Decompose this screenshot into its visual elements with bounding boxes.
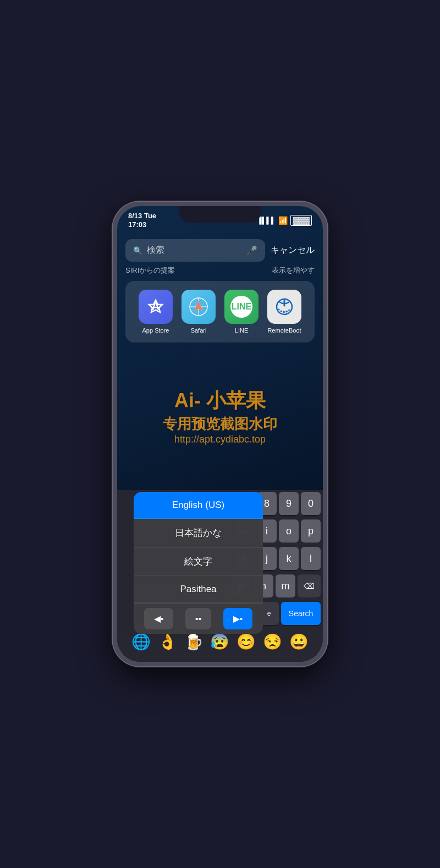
app-label-safari: Safari — [191, 327, 207, 334]
emoji-beer[interactable]: 🍺 — [184, 633, 204, 651]
app-item-line[interactable]: LINE LINE — [224, 290, 258, 334]
phone-screen: 8/13 Tue 17:03 ▐▌▌▌ 📶 ▓▓▓ 🔍 検索 🎤 キャンセル S… — [117, 206, 323, 662]
app-icon-remoteboot — [267, 290, 301, 324]
siri-header: SIRIからの提案 表示を増やす — [125, 266, 315, 275]
language-picker: English (US) 日本語かな 絵文字 Pasithea ◀▪ ▪▪ ▶▪ — [134, 492, 263, 634]
keyboard-switch-right[interactable]: ▶▪ — [223, 608, 253, 629]
key-m[interactable]: m — [276, 574, 295, 598]
lang-item-english[interactable]: English (US) — [134, 492, 263, 519]
signal-icon: ▐▌▌▌ — [257, 217, 276, 224]
key-k[interactable]: k — [279, 547, 299, 570]
app-label-remoteboot: RemoteBoot — [267, 327, 301, 334]
search-placeholder: 検索 — [147, 245, 242, 256]
delete-key[interactable]: ⌫ — [298, 574, 321, 598]
battery-icon: ▓▓▓ — [290, 215, 312, 226]
key-9[interactable]: 9 — [279, 492, 299, 515]
search-area: 🔍 検索 🎤 キャンセル — [117, 234, 323, 267]
lang-item-emoji[interactable]: 絵文字 — [134, 548, 263, 576]
status-date: 8/13 Tue — [128, 212, 156, 220]
app-icon-safari — [182, 290, 216, 324]
siri-more[interactable]: 表示を増やす — [272, 266, 315, 275]
notch — [179, 206, 261, 223]
emoji-smile[interactable]: 😊 — [237, 633, 256, 651]
app-icon-line: LINE — [224, 290, 258, 324]
status-icons: ▐▌▌▌ 📶 ▓▓▓ — [257, 215, 312, 226]
keyboard-switch-center[interactable]: ▪▪ — [185, 608, 211, 629]
phone-frame: 8/13 Tue 17:03 ▐▌▌▌ 📶 ▓▓▓ 🔍 検索 🎤 キャンセル S… — [113, 202, 327, 666]
keyboard-switch-left[interactable]: ◀▪ — [144, 608, 174, 629]
watermark: Ai- 小苹果 专用预览截图水印 http://apt.cydiabc.top — [117, 388, 323, 445]
search-bar[interactable]: 🔍 検索 🎤 — [125, 239, 265, 262]
microphone-icon[interactable]: 🎤 — [246, 245, 257, 256]
wifi-icon: 📶 — [278, 216, 288, 225]
search-icon: 🔍 — [133, 246, 142, 255]
key-o[interactable]: o — [279, 519, 299, 543]
key-p[interactable]: p — [301, 519, 321, 543]
emoji-globe[interactable]: 🌐 — [131, 633, 151, 651]
key-0[interactable]: 0 — [301, 492, 321, 515]
app-label-appstore: App Store — [142, 327, 169, 334]
siri-label: SIRIからの提案 — [125, 266, 175, 275]
siri-suggestions: SIRIからの提案 表示を増やす A App Store — [117, 266, 323, 342]
status-clock: 17:03 — [128, 220, 156, 229]
emoji-grin[interactable]: 😀 — [289, 633, 309, 651]
key-l[interactable]: l — [301, 547, 321, 570]
svg-text:A: A — [152, 300, 160, 312]
status-time: 8/13 Tue 17:03 — [128, 212, 156, 229]
emoji-ok[interactable]: 👌 — [158, 633, 177, 651]
app-item-safari[interactable]: Safari — [182, 290, 216, 334]
lang-item-pasithea[interactable]: Pasithea — [134, 576, 263, 603]
siri-apps-grid: A App Store — [125, 281, 315, 342]
emoji-relieved[interactable]: 😒 — [263, 633, 282, 651]
app-label-line: LINE — [235, 327, 248, 334]
app-item-appstore[interactable]: A App Store — [139, 290, 173, 334]
app-icon-appstore: A — [139, 290, 173, 324]
emoji-sweat[interactable]: 😰 — [210, 633, 229, 651]
watermark-line1: Ai- 小苹果 — [117, 388, 323, 414]
search-button[interactable]: Search — [281, 602, 321, 625]
watermark-line3: http://apt.cydiabc.top — [117, 434, 323, 445]
watermark-line2: 专用预览截图水印 — [117, 414, 323, 434]
cancel-button[interactable]: キャンセル — [271, 245, 315, 256]
lang-item-japanese[interactable]: 日本語かな — [134, 519, 263, 548]
app-item-remoteboot[interactable]: RemoteBoot — [267, 290, 301, 334]
